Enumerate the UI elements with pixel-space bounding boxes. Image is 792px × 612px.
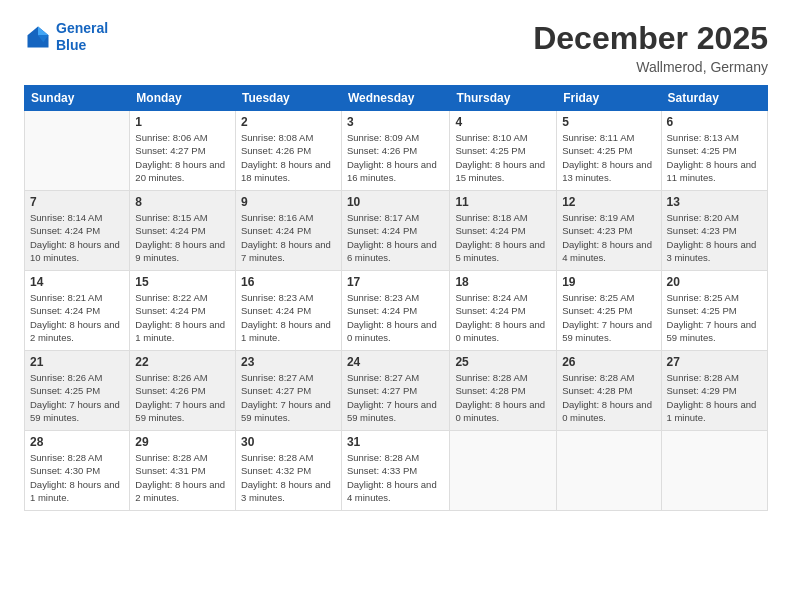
day-info: Sunrise: 8:28 AMSunset: 4:30 PMDaylight:…	[30, 451, 124, 504]
day-number: 21	[30, 355, 124, 369]
day-number: 26	[562, 355, 655, 369]
table-row: 7Sunrise: 8:14 AMSunset: 4:24 PMDaylight…	[25, 191, 130, 271]
day-number: 15	[135, 275, 230, 289]
day-info: Sunrise: 8:17 AMSunset: 4:24 PMDaylight:…	[347, 211, 444, 264]
day-info: Sunrise: 8:23 AMSunset: 4:24 PMDaylight:…	[347, 291, 444, 344]
logo-icon	[24, 23, 52, 51]
table-row: 25Sunrise: 8:28 AMSunset: 4:28 PMDayligh…	[450, 351, 557, 431]
day-number: 6	[667, 115, 762, 129]
table-row: 5Sunrise: 8:11 AMSunset: 4:25 PMDaylight…	[557, 111, 661, 191]
day-number: 17	[347, 275, 444, 289]
day-number: 20	[667, 275, 762, 289]
table-row: 14Sunrise: 8:21 AMSunset: 4:24 PMDayligh…	[25, 271, 130, 351]
day-info: Sunrise: 8:25 AMSunset: 4:25 PMDaylight:…	[562, 291, 655, 344]
table-row: 22Sunrise: 8:26 AMSunset: 4:26 PMDayligh…	[130, 351, 236, 431]
day-number: 16	[241, 275, 336, 289]
col-friday: Friday	[557, 86, 661, 111]
day-info: Sunrise: 8:18 AMSunset: 4:24 PMDaylight:…	[455, 211, 551, 264]
day-info: Sunrise: 8:11 AMSunset: 4:25 PMDaylight:…	[562, 131, 655, 184]
day-number: 3	[347, 115, 444, 129]
day-info: Sunrise: 8:14 AMSunset: 4:24 PMDaylight:…	[30, 211, 124, 264]
day-info: Sunrise: 8:21 AMSunset: 4:24 PMDaylight:…	[30, 291, 124, 344]
day-number: 5	[562, 115, 655, 129]
day-number: 1	[135, 115, 230, 129]
table-row: 31Sunrise: 8:28 AMSunset: 4:33 PMDayligh…	[341, 431, 449, 511]
day-info: Sunrise: 8:25 AMSunset: 4:25 PMDaylight:…	[667, 291, 762, 344]
svg-marker-1	[38, 26, 49, 35]
title-block: December 2025 Wallmerod, Germany	[533, 20, 768, 75]
table-row: 30Sunrise: 8:28 AMSunset: 4:32 PMDayligh…	[235, 431, 341, 511]
day-number: 12	[562, 195, 655, 209]
logo: General Blue	[24, 20, 108, 54]
table-row: 6Sunrise: 8:13 AMSunset: 4:25 PMDaylight…	[661, 111, 767, 191]
day-info: Sunrise: 8:06 AMSunset: 4:27 PMDaylight:…	[135, 131, 230, 184]
day-info: Sunrise: 8:23 AMSunset: 4:24 PMDaylight:…	[241, 291, 336, 344]
day-info: Sunrise: 8:10 AMSunset: 4:25 PMDaylight:…	[455, 131, 551, 184]
day-info: Sunrise: 8:26 AMSunset: 4:25 PMDaylight:…	[30, 371, 124, 424]
day-number: 14	[30, 275, 124, 289]
day-info: Sunrise: 8:28 AMSunset: 4:28 PMDaylight:…	[562, 371, 655, 424]
day-number: 30	[241, 435, 336, 449]
day-number: 8	[135, 195, 230, 209]
calendar-week-row: 28Sunrise: 8:28 AMSunset: 4:30 PMDayligh…	[25, 431, 768, 511]
day-number: 2	[241, 115, 336, 129]
day-info: Sunrise: 8:22 AMSunset: 4:24 PMDaylight:…	[135, 291, 230, 344]
table-row: 28Sunrise: 8:28 AMSunset: 4:30 PMDayligh…	[25, 431, 130, 511]
table-row: 24Sunrise: 8:27 AMSunset: 4:27 PMDayligh…	[341, 351, 449, 431]
day-info: Sunrise: 8:27 AMSunset: 4:27 PMDaylight:…	[241, 371, 336, 424]
table-row: 4Sunrise: 8:10 AMSunset: 4:25 PMDaylight…	[450, 111, 557, 191]
day-number: 18	[455, 275, 551, 289]
table-row: 11Sunrise: 8:18 AMSunset: 4:24 PMDayligh…	[450, 191, 557, 271]
col-sunday: Sunday	[25, 86, 130, 111]
table-row: 29Sunrise: 8:28 AMSunset: 4:31 PMDayligh…	[130, 431, 236, 511]
day-info: Sunrise: 8:09 AMSunset: 4:26 PMDaylight:…	[347, 131, 444, 184]
day-info: Sunrise: 8:19 AMSunset: 4:23 PMDaylight:…	[562, 211, 655, 264]
table-row: 10Sunrise: 8:17 AMSunset: 4:24 PMDayligh…	[341, 191, 449, 271]
table-row: 16Sunrise: 8:23 AMSunset: 4:24 PMDayligh…	[235, 271, 341, 351]
day-number: 7	[30, 195, 124, 209]
day-number: 22	[135, 355, 230, 369]
day-number: 13	[667, 195, 762, 209]
page: General Blue December 2025 Wallmerod, Ge…	[0, 0, 792, 612]
col-thursday: Thursday	[450, 86, 557, 111]
col-monday: Monday	[130, 86, 236, 111]
calendar-week-row: 14Sunrise: 8:21 AMSunset: 4:24 PMDayligh…	[25, 271, 768, 351]
logo-line2: Blue	[56, 37, 86, 53]
day-info: Sunrise: 8:26 AMSunset: 4:26 PMDaylight:…	[135, 371, 230, 424]
logo-text: General Blue	[56, 20, 108, 54]
day-info: Sunrise: 8:28 AMSunset: 4:32 PMDaylight:…	[241, 451, 336, 504]
table-row: 1Sunrise: 8:06 AMSunset: 4:27 PMDaylight…	[130, 111, 236, 191]
day-number: 10	[347, 195, 444, 209]
calendar-week-row: 7Sunrise: 8:14 AMSunset: 4:24 PMDaylight…	[25, 191, 768, 271]
col-wednesday: Wednesday	[341, 86, 449, 111]
day-info: Sunrise: 8:15 AMSunset: 4:24 PMDaylight:…	[135, 211, 230, 264]
day-info: Sunrise: 8:20 AMSunset: 4:23 PMDaylight:…	[667, 211, 762, 264]
calendar-week-row: 21Sunrise: 8:26 AMSunset: 4:25 PMDayligh…	[25, 351, 768, 431]
day-number: 31	[347, 435, 444, 449]
table-row: 20Sunrise: 8:25 AMSunset: 4:25 PMDayligh…	[661, 271, 767, 351]
day-info: Sunrise: 8:28 AMSunset: 4:31 PMDaylight:…	[135, 451, 230, 504]
day-number: 4	[455, 115, 551, 129]
table-row: 19Sunrise: 8:25 AMSunset: 4:25 PMDayligh…	[557, 271, 661, 351]
day-number: 25	[455, 355, 551, 369]
table-row: 18Sunrise: 8:24 AMSunset: 4:24 PMDayligh…	[450, 271, 557, 351]
day-info: Sunrise: 8:28 AMSunset: 4:33 PMDaylight:…	[347, 451, 444, 504]
day-info: Sunrise: 8:24 AMSunset: 4:24 PMDaylight:…	[455, 291, 551, 344]
table-row: 23Sunrise: 8:27 AMSunset: 4:27 PMDayligh…	[235, 351, 341, 431]
logo-line1: General	[56, 20, 108, 36]
day-number: 28	[30, 435, 124, 449]
day-number: 27	[667, 355, 762, 369]
table-row: 26Sunrise: 8:28 AMSunset: 4:28 PMDayligh…	[557, 351, 661, 431]
table-row: 15Sunrise: 8:22 AMSunset: 4:24 PMDayligh…	[130, 271, 236, 351]
header: General Blue December 2025 Wallmerod, Ge…	[24, 20, 768, 75]
day-info: Sunrise: 8:27 AMSunset: 4:27 PMDaylight:…	[347, 371, 444, 424]
table-row: 3Sunrise: 8:09 AMSunset: 4:26 PMDaylight…	[341, 111, 449, 191]
day-number: 19	[562, 275, 655, 289]
day-number: 23	[241, 355, 336, 369]
table-row: 17Sunrise: 8:23 AMSunset: 4:24 PMDayligh…	[341, 271, 449, 351]
table-row: 21Sunrise: 8:26 AMSunset: 4:25 PMDayligh…	[25, 351, 130, 431]
table-row	[450, 431, 557, 511]
location: Wallmerod, Germany	[533, 59, 768, 75]
day-info: Sunrise: 8:16 AMSunset: 4:24 PMDaylight:…	[241, 211, 336, 264]
table-row: 9Sunrise: 8:16 AMSunset: 4:24 PMDaylight…	[235, 191, 341, 271]
